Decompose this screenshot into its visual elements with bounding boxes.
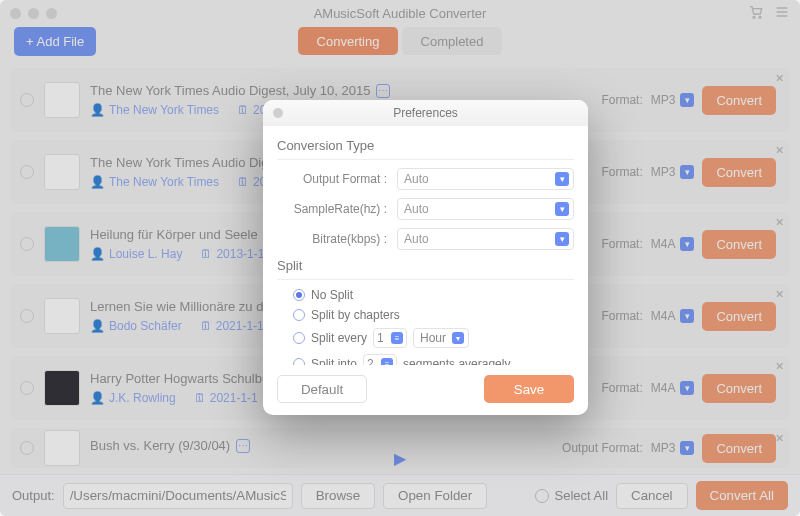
split-every-stepper[interactable]: 1≡ bbox=[373, 328, 407, 348]
split-every-unit-select[interactable]: Hour▾ bbox=[413, 328, 469, 348]
save-button[interactable]: Save bbox=[484, 375, 574, 403]
chevron-down-icon: ▾ bbox=[555, 172, 569, 186]
stepper-icon: ≡ bbox=[381, 358, 393, 365]
split-no-split[interactable]: No Split bbox=[293, 288, 574, 302]
output-format-select[interactable]: Auto▾ bbox=[397, 168, 574, 190]
chevron-down-icon: ▾ bbox=[452, 332, 464, 344]
bitrate-select[interactable]: Auto▾ bbox=[397, 228, 574, 250]
radio-icon bbox=[293, 332, 305, 344]
section-split: Split bbox=[277, 258, 574, 273]
preferences-dialog: Preferences Conversion Type Output Forma… bbox=[263, 100, 588, 415]
split-by-chapters[interactable]: Split by chapters bbox=[293, 308, 574, 322]
radio-icon bbox=[293, 289, 305, 301]
section-conversion-type: Conversion Type bbox=[277, 138, 574, 153]
split-into-stepper[interactable]: 2≡ bbox=[363, 354, 397, 365]
dialog-title: Preferences bbox=[263, 106, 588, 120]
samplerate-select[interactable]: Auto▾ bbox=[397, 198, 574, 220]
radio-icon bbox=[293, 358, 305, 365]
radio-icon bbox=[293, 309, 305, 321]
samplerate-label: SampleRate(hz) : bbox=[277, 202, 397, 216]
chevron-down-icon: ▾ bbox=[555, 202, 569, 216]
stepper-icon: ≡ bbox=[391, 332, 403, 344]
bitrate-label: Bitrate(kbps) : bbox=[277, 232, 397, 246]
split-every[interactable]: Split every 1≡ Hour▾ bbox=[293, 328, 574, 348]
dialog-header: Preferences bbox=[263, 100, 588, 126]
split-into[interactable]: Split into 2≡ segments averagely bbox=[293, 354, 574, 365]
output-format-label: Output Format : bbox=[277, 172, 397, 186]
default-button[interactable]: Default bbox=[277, 375, 367, 403]
chevron-down-icon: ▾ bbox=[555, 232, 569, 246]
